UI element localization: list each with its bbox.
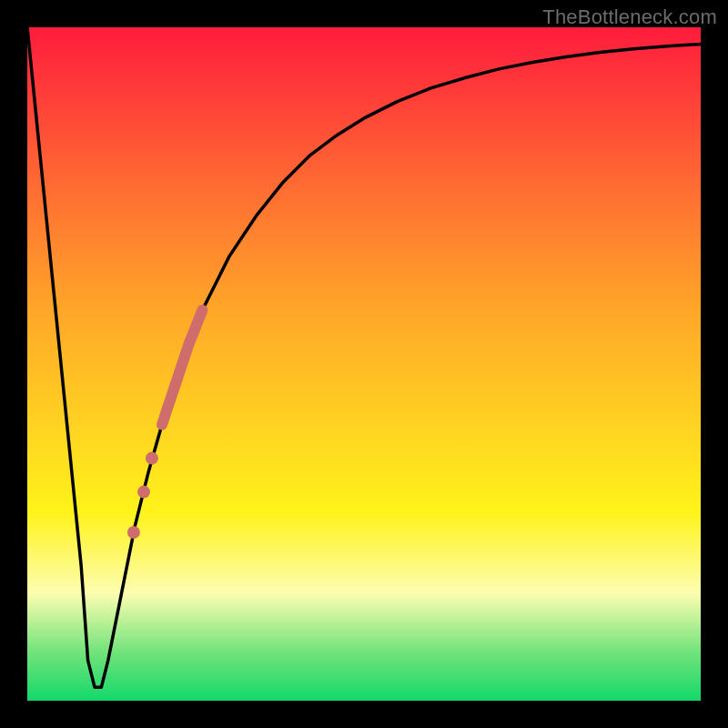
chart-frame: TheBottleneck.com [0,0,728,728]
curve-svg [27,27,701,701]
highlight-dot [146,452,158,465]
highlight-dot [137,486,150,499]
plot-area [27,27,701,701]
highlight-dot [127,526,140,539]
highlight-dots [127,452,158,539]
watermark-text: TheBottleneck.com [542,5,717,29]
bottleneck-curve [27,27,701,687]
highlight-band [162,310,202,425]
